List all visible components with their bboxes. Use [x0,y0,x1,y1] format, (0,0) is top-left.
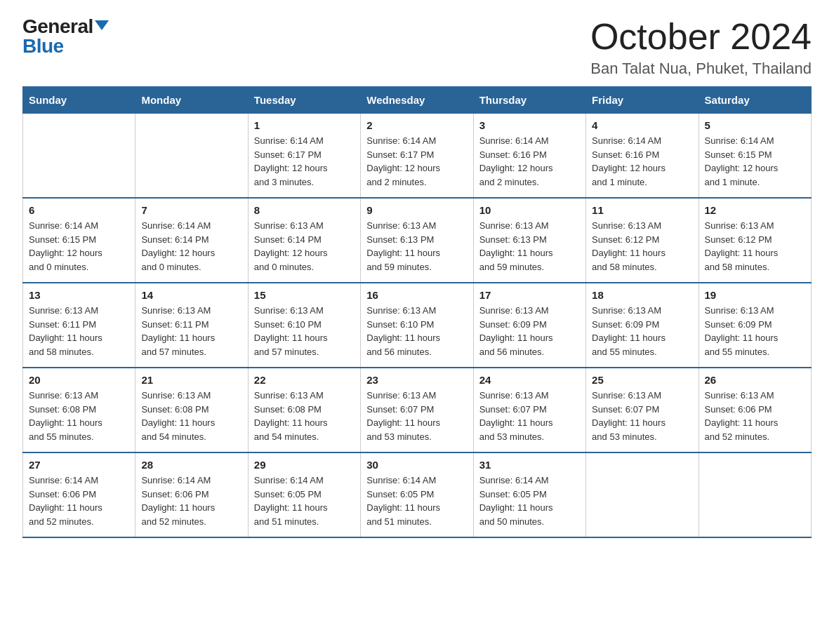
calendar-cell: 1Sunrise: 6:14 AM Sunset: 6:17 PM Daylig… [248,114,360,199]
calendar-cell: 9Sunrise: 6:13 AM Sunset: 6:13 PM Daylig… [361,198,473,283]
day-info: Sunrise: 6:14 AM Sunset: 6:15 PM Dayligh… [29,219,129,274]
calendar-week-row: 20Sunrise: 6:13 AM Sunset: 6:08 PM Dayli… [23,368,812,452]
calendar-cell: 4Sunrise: 6:14 AM Sunset: 6:16 PM Daylig… [586,114,699,199]
calendar-cell: 13Sunrise: 6:13 AM Sunset: 6:11 PM Dayli… [23,283,135,368]
calendar-week-row: 27Sunrise: 6:14 AM Sunset: 6:06 PM Dayli… [23,452,812,537]
day-number: 9 [366,204,467,216]
calendar-cell: 20Sunrise: 6:13 AM Sunset: 6:08 PM Dayli… [23,368,135,452]
day-info: Sunrise: 6:13 AM Sunset: 6:07 PM Dayligh… [479,389,580,443]
calendar-cell: 27Sunrise: 6:14 AM Sunset: 6:06 PM Dayli… [23,452,135,537]
calendar-cell: 5Sunrise: 6:14 AM Sunset: 6:15 PM Daylig… [699,114,811,199]
day-number: 4 [592,119,692,131]
location: Ban Talat Nua, Phuket, Thailand [590,60,812,78]
day-info: Sunrise: 6:13 AM Sunset: 6:10 PM Dayligh… [254,304,355,358]
logo: General Blue [22,17,109,56]
day-number: 23 [366,374,467,386]
day-number: 30 [366,459,467,471]
calendar-cell [699,452,811,537]
day-info: Sunrise: 6:14 AM Sunset: 6:17 PM Dayligh… [366,134,467,189]
logo-blue-text: Blue [22,35,64,57]
calendar-header-friday: Friday [586,87,699,114]
day-number: 15 [254,289,355,301]
calendar-cell: 30Sunrise: 6:14 AM Sunset: 6:05 PM Dayli… [361,452,473,537]
day-number: 5 [705,119,805,131]
day-number: 22 [254,374,355,386]
calendar-cell: 26Sunrise: 6:13 AM Sunset: 6:06 PM Dayli… [699,368,811,452]
day-info: Sunrise: 6:14 AM Sunset: 6:06 PM Dayligh… [29,474,129,528]
calendar-header-wednesday: Wednesday [361,87,473,114]
day-number: 13 [29,289,129,301]
day-number: 6 [29,204,129,216]
day-info: Sunrise: 6:13 AM Sunset: 6:09 PM Dayligh… [479,304,580,358]
day-number: 25 [592,374,692,386]
day-info: Sunrise: 6:13 AM Sunset: 6:07 PM Dayligh… [592,389,692,443]
day-number: 28 [141,459,241,471]
day-info: Sunrise: 6:14 AM Sunset: 6:15 PM Dayligh… [705,134,805,189]
day-info: Sunrise: 6:13 AM Sunset: 6:11 PM Dayligh… [141,304,241,358]
calendar-cell: 25Sunrise: 6:13 AM Sunset: 6:07 PM Dayli… [586,368,699,452]
calendar-header-thursday: Thursday [473,87,585,114]
calendar-cell: 19Sunrise: 6:13 AM Sunset: 6:09 PM Dayli… [699,283,811,368]
calendar-week-row: 13Sunrise: 6:13 AM Sunset: 6:11 PM Dayli… [23,283,812,368]
calendar-cell [23,114,135,199]
calendar-cell: 17Sunrise: 6:13 AM Sunset: 6:09 PM Dayli… [473,283,585,368]
calendar-cell [135,114,248,199]
calendar-cell [586,452,699,537]
day-info: Sunrise: 6:13 AM Sunset: 6:07 PM Dayligh… [366,389,467,443]
day-number: 26 [705,374,805,386]
day-number: 21 [141,374,241,386]
day-info: Sunrise: 6:13 AM Sunset: 6:11 PM Dayligh… [29,304,129,358]
day-info: Sunrise: 6:14 AM Sunset: 6:06 PM Dayligh… [141,474,241,528]
day-info: Sunrise: 6:13 AM Sunset: 6:14 PM Dayligh… [254,219,355,274]
day-info: Sunrise: 6:14 AM Sunset: 6:05 PM Dayligh… [254,474,355,528]
day-number: 7 [141,204,241,216]
day-info: Sunrise: 6:13 AM Sunset: 6:06 PM Dayligh… [705,389,805,443]
day-info: Sunrise: 6:14 AM Sunset: 6:17 PM Dayligh… [254,134,355,189]
calendar-header-row: SundayMondayTuesdayWednesdayThursdayFrid… [23,87,812,114]
calendar-header-saturday: Saturday [699,87,811,114]
calendar-cell: 6Sunrise: 6:14 AM Sunset: 6:15 PM Daylig… [23,198,135,283]
day-info: Sunrise: 6:14 AM Sunset: 6:05 PM Dayligh… [366,474,467,528]
day-number: 16 [366,289,467,301]
day-info: Sunrise: 6:13 AM Sunset: 6:12 PM Dayligh… [705,219,805,274]
day-info: Sunrise: 6:13 AM Sunset: 6:08 PM Dayligh… [141,389,241,443]
day-info: Sunrise: 6:14 AM Sunset: 6:16 PM Dayligh… [592,134,692,189]
calendar-cell: 16Sunrise: 6:13 AM Sunset: 6:10 PM Dayli… [361,283,473,368]
day-number: 1 [254,119,355,131]
day-info: Sunrise: 6:14 AM Sunset: 6:16 PM Dayligh… [479,134,580,189]
calendar-cell: 3Sunrise: 6:14 AM Sunset: 6:16 PM Daylig… [473,114,585,199]
calendar-header-monday: Monday [135,87,248,114]
calendar-cell: 28Sunrise: 6:14 AM Sunset: 6:06 PM Dayli… [135,452,248,537]
calendar-cell: 31Sunrise: 6:14 AM Sunset: 6:05 PM Dayli… [473,452,585,537]
month-title: October 2024 [590,17,812,57]
calendar-cell: 10Sunrise: 6:13 AM Sunset: 6:13 PM Dayli… [473,198,585,283]
calendar-week-row: 1Sunrise: 6:14 AM Sunset: 6:17 PM Daylig… [23,114,812,199]
day-number: 17 [479,289,580,301]
calendar-cell: 7Sunrise: 6:14 AM Sunset: 6:14 PM Daylig… [135,198,248,283]
day-info: Sunrise: 6:14 AM Sunset: 6:14 PM Dayligh… [141,219,241,274]
logo-triangle-icon [95,20,109,30]
calendar-week-row: 6Sunrise: 6:14 AM Sunset: 6:15 PM Daylig… [23,198,812,283]
calendar-cell: 8Sunrise: 6:13 AM Sunset: 6:14 PM Daylig… [248,198,360,283]
calendar-cell: 21Sunrise: 6:13 AM Sunset: 6:08 PM Dayli… [135,368,248,452]
day-number: 31 [479,459,580,471]
calendar-cell: 22Sunrise: 6:13 AM Sunset: 6:08 PM Dayli… [248,368,360,452]
day-info: Sunrise: 6:14 AM Sunset: 6:05 PM Dayligh… [479,474,580,528]
calendar-cell: 11Sunrise: 6:13 AM Sunset: 6:12 PM Dayli… [586,198,699,283]
day-number: 8 [254,204,355,216]
day-info: Sunrise: 6:13 AM Sunset: 6:10 PM Dayligh… [366,304,467,358]
day-info: Sunrise: 6:13 AM Sunset: 6:13 PM Dayligh… [479,219,580,274]
day-number: 19 [705,289,805,301]
day-info: Sunrise: 6:13 AM Sunset: 6:12 PM Dayligh… [592,219,692,274]
day-number: 11 [592,204,692,216]
calendar-cell: 23Sunrise: 6:13 AM Sunset: 6:07 PM Dayli… [361,368,473,452]
day-info: Sunrise: 6:13 AM Sunset: 6:09 PM Dayligh… [705,304,805,358]
calendar-cell: 15Sunrise: 6:13 AM Sunset: 6:10 PM Dayli… [248,283,360,368]
day-number: 27 [29,459,129,471]
calendar-header-tuesday: Tuesday [248,87,360,114]
calendar-table: SundayMondayTuesdayWednesdayThursdayFrid… [22,86,812,538]
calendar-cell: 12Sunrise: 6:13 AM Sunset: 6:12 PM Dayli… [699,198,811,283]
title-section: October 2024 Ban Talat Nua, Phuket, Thai… [590,17,812,78]
day-number: 18 [592,289,692,301]
header: General Blue October 2024 Ban Talat Nua,… [22,17,812,78]
